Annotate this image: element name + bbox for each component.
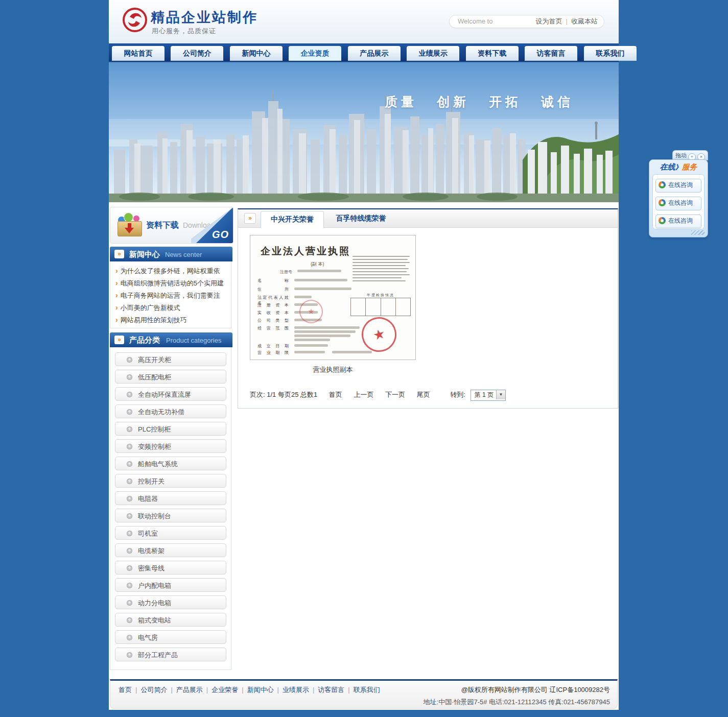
news-item-label: 小而美的广告新模式	[121, 304, 180, 312]
dropdown-arrow-icon[interactable]: ▼	[496, 390, 505, 399]
nav-tab-about[interactable]: 公司简介	[171, 46, 223, 61]
page-info: 页次: 1/1 每页25 总数1	[250, 391, 317, 398]
category-item[interactable]: +动力分电箱	[115, 595, 226, 609]
messenger-icon	[659, 199, 666, 206]
news-item[interactable]: ›小而美的广告新模式	[115, 301, 231, 314]
category-item[interactable]: +变频控制柜	[115, 439, 226, 453]
category-item[interactable]: +密集母线	[115, 561, 226, 575]
nav-tab-downloads[interactable]: 资料下载	[466, 46, 519, 61]
category-label: 密集母线	[138, 564, 165, 572]
arrow-icon: 》	[675, 163, 682, 171]
nav-tab-qualification[interactable]: 企业资质	[289, 46, 341, 61]
plus-circle-icon: +	[127, 652, 132, 658]
drag-handle[interactable]: 拖动+×	[672, 150, 708, 160]
nav-tab-news[interactable]: 新闻中心	[230, 46, 283, 61]
category-item[interactable]: +高压开关柜	[115, 352, 226, 366]
category-label: 控制开关	[138, 477, 165, 485]
last-page-link[interactable]: 尾页	[417, 391, 430, 398]
license-field-label: 经营范围	[257, 325, 289, 331]
news-item-label: 为什么发了很多外链，网站权重依	[121, 267, 220, 275]
tab-baifute-honor[interactable]: 百孚特线缆荣誉	[326, 209, 395, 227]
content-tab-bar: » 中兴开关荣誉 百孚特线缆荣誉	[238, 209, 618, 228]
resize-grip-icon[interactable]	[691, 230, 704, 235]
news-item-label: 电子商务网站的运营，我们需要注	[121, 292, 220, 299]
category-item[interactable]: +电阻器	[115, 491, 226, 505]
category-item[interactable]: +箱式变电站	[115, 613, 226, 627]
plus-circle-icon: +	[127, 426, 132, 432]
nav-tab-guestbook[interactable]: 访客留言	[525, 46, 577, 61]
category-item[interactable]: +船舶电气系统	[115, 457, 226, 470]
nav-tab-products[interactable]: 产品展示	[348, 46, 401, 61]
page: 精品企业站制作 用心服务，品质保证 Welcome to 设为首页|收藏本站 网…	[0, 0, 728, 717]
footer-link-guestbook[interactable]: 访客留言	[318, 686, 344, 694]
site-title: 精品企业站制作	[151, 8, 258, 27]
download-banner[interactable]: 资料下载 Download GO	[110, 207, 233, 244]
first-page-link[interactable]: 首页	[329, 391, 342, 398]
news-item-label: 电商组织微博营销活动的5个实用建	[121, 279, 224, 287]
license-field-label: 实收资本	[257, 310, 289, 316]
category-item[interactable]: +PLC控制柜	[115, 422, 226, 436]
footer-link-news[interactable]: 新闻中心	[247, 686, 274, 694]
license-field-label: 名称	[257, 278, 289, 283]
license-field-label: 公司类型	[257, 318, 289, 323]
plus-circle-icon: +	[127, 635, 132, 640]
category-label: 箱式变电站	[138, 616, 171, 624]
category-label: 全自动无功补偿	[138, 408, 184, 416]
license-table-title: 年度检验情况	[367, 293, 394, 298]
go-button[interactable]: GO	[212, 229, 229, 241]
license-caption: 营业执照副本	[250, 365, 416, 374]
category-item[interactable]: +全自动无功补偿	[115, 404, 226, 418]
add-favorite-link[interactable]: 收藏本站	[571, 17, 598, 25]
category-label: 联动控制台	[138, 512, 171, 520]
page-select-dropdown[interactable]: 第 1 页▼	[471, 390, 506, 401]
bullet-icon: ›	[115, 303, 118, 312]
prev-page-link[interactable]: 上一页	[354, 391, 373, 398]
site-tagline: 用心服务，品质保证	[152, 27, 216, 36]
online-consult-button[interactable]: 在线咨询	[655, 214, 701, 228]
city-skyline-image	[109, 63, 619, 202]
nav-tab-contact[interactable]: 联系我们	[584, 46, 637, 61]
footer-link-contact[interactable]: 联系我们	[354, 686, 380, 694]
online-service-title: 在线》服务	[649, 162, 708, 172]
license-field-label: 成立日期	[257, 343, 289, 349]
set-home-link[interactable]: 设为首页	[536, 17, 562, 25]
category-item[interactable]: +控制开关	[115, 474, 226, 488]
banner: 质量 创新 开拓 诚信	[109, 63, 619, 202]
site-header: 精品企业站制作 用心服务，品质保证 Welcome to 设为首页|收藏本站	[109, 0, 619, 43]
footer-link-performance[interactable]: 业绩展示	[283, 686, 309, 694]
business-license-image: 企业法人营业执照 (副 本) 注册号 名称 住所 法定代表人姓名 注册资本 实收…	[250, 235, 416, 360]
messenger-icon	[659, 217, 666, 224]
category-item[interactable]: +户内配电箱	[115, 578, 226, 592]
bullet-icon: ›	[115, 279, 118, 287]
nav-tab-performance[interactable]: 业绩展示	[407, 46, 459, 61]
category-item[interactable]: +低压配电柜	[115, 370, 226, 384]
next-page-link[interactable]: 下一页	[385, 391, 405, 398]
nav-tab-home[interactable]: 网站首页	[112, 46, 165, 61]
copyright-text: @版权所有网站制作有限公司 辽ICP备10009282号	[461, 685, 610, 695]
categories-section-header: » 产品分类 Product categories	[110, 332, 232, 347]
plus-circle-icon: +	[127, 479, 132, 484]
news-title: 新闻中心	[129, 250, 160, 259]
footer-link-home[interactable]: 首页	[119, 686, 132, 694]
footer-link-about[interactable]: 公司简介	[140, 686, 167, 694]
pagination: 页次: 1/1 每页25 总数1 首页 上一页 下一页 尾页 转到: 第 1 页…	[250, 390, 613, 401]
plus-circle-icon: +	[127, 444, 132, 449]
category-item[interactable]: +电气房	[115, 630, 226, 644]
category-item[interactable]: +联动控制台	[115, 509, 226, 522]
footer-link-products[interactable]: 产品展示	[176, 686, 203, 694]
category-item[interactable]: +司机室	[115, 526, 226, 540]
category-item[interactable]: +电缆桥架	[115, 543, 226, 557]
category-label: 部分工程产品	[138, 651, 178, 659]
news-item[interactable]: ›网站易用性的策划技巧	[115, 314, 231, 326]
news-item[interactable]: ›为什么发了很多外链，网站权重依	[115, 265, 231, 277]
online-consult-button[interactable]: 在线咨询	[655, 197, 701, 210]
news-item[interactable]: ›电商组织微博营销活动的5个实用建	[115, 277, 231, 289]
tab-zhongxing-honor[interactable]: 中兴开关荣誉	[261, 211, 324, 228]
footer-link-honor[interactable]: 企业荣誉	[212, 686, 238, 694]
online-consult-button[interactable]: 在线咨询	[655, 179, 701, 193]
category-item[interactable]: +全自动环保直流屏	[115, 387, 226, 401]
category-label: 动力分电箱	[138, 599, 171, 607]
news-subtitle: News center	[165, 251, 202, 258]
news-item[interactable]: ›电子商务网站的运营，我们需要注	[115, 289, 231, 301]
category-item[interactable]: +部分工程产品	[115, 648, 226, 661]
